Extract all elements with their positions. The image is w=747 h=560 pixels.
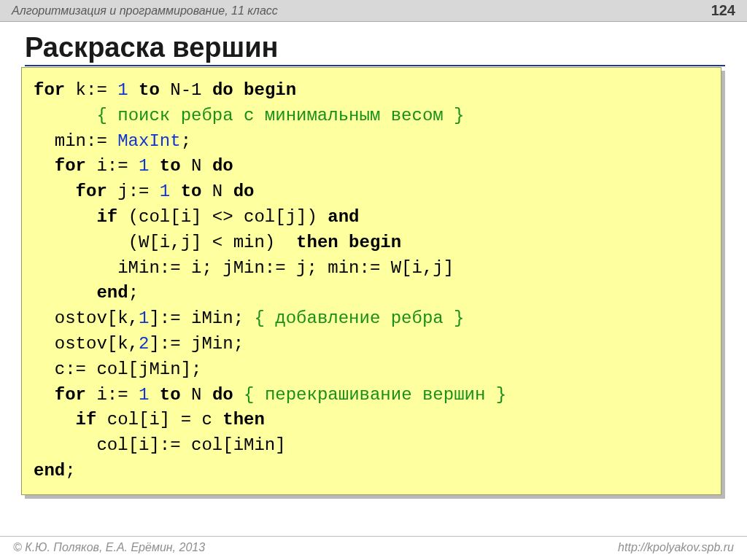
comment-add-edge: { добавление ребра } (254, 308, 464, 328)
comment-recolor: { перекрашивание вершин } (244, 385, 506, 405)
kw-for: for (34, 80, 65, 100)
slide-title: Раскраска вершин (25, 32, 725, 66)
header-bar: Алгоритмизация и программирование, 11 кл… (0, 0, 747, 22)
page-number: 124 (711, 2, 735, 19)
code-container: for k:= 1 to N-1 do begin { поиск ребра … (25, 71, 725, 499)
comment-search: { поиск ребра с минимальным весом } (96, 106, 464, 125)
code-block: for k:= 1 to N-1 do begin { поиск ребра … (21, 67, 721, 495)
footer: © К.Ю. Поляков, Е.А. Ерёмин, 2013 http:/… (0, 536, 747, 560)
footer-copyright: © К.Ю. Поляков, Е.А. Ерёмин, 2013 (13, 541, 205, 554)
course-title: Алгоритмизация и программирование, 11 кл… (12, 4, 278, 18)
footer-url: http://kpolyakov.spb.ru (618, 541, 734, 554)
